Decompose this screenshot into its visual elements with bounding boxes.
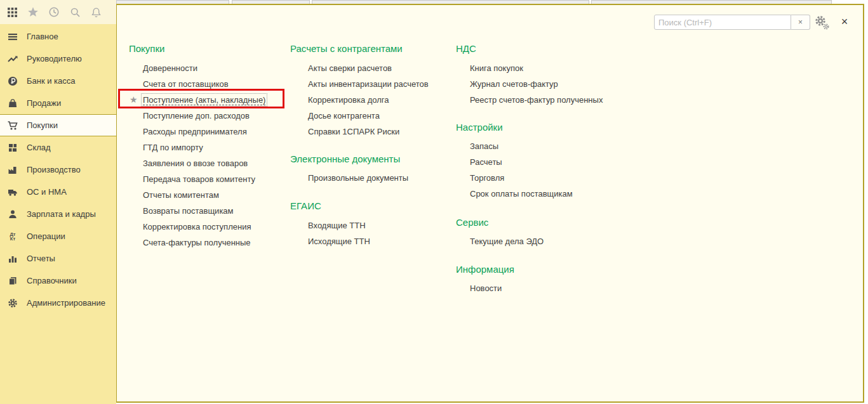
section-sidebar: Главное Руководителю Банк и касса Продаж… [0, 24, 116, 404]
sidebar-item-operatsii[interactable]: ДтКт Операции [0, 225, 116, 247]
link-doverennosti[interactable]: Доверенности [143, 60, 265, 76]
search-clear-button[interactable]: × [791, 15, 810, 30]
link-akty-inventarizatsii[interactable]: Акты инвентаризации расчетов [308, 76, 429, 92]
section-header-servis[interactable]: Сервис [456, 217, 488, 228]
sidebar-item-glavnoe[interactable]: Главное [0, 25, 116, 48]
link-raschety[interactable]: Расчеты [470, 154, 573, 170]
link-korrektirovka-dolga[interactable]: Корректировка долга [308, 92, 429, 108]
link-kniga-pokupok[interactable]: Книга покупок [470, 60, 603, 76]
section-header-elektronnye-dokumenty[interactable]: Электронные документы [290, 153, 400, 164]
close-icon[interactable]: × [838, 14, 851, 29]
link-iskhodyashchie-ttn[interactable]: Исходящие ТТН [308, 233, 370, 249]
gear-icon [8, 298, 18, 308]
section-header-nastroyki[interactable]: Настройки [456, 122, 503, 133]
link-vkhodyashchie-ttn[interactable]: Входящие ТТН [308, 218, 370, 233]
quick-toolbar [0, 0, 116, 24]
link-list-raschety: Акты сверки расчетов Акты инвентаризации… [308, 60, 429, 140]
books-icon [8, 276, 18, 286]
sidebar-item-pokupki[interactable]: Покупки [0, 114, 116, 136]
notifications-bell-icon[interactable] [90, 6, 102, 18]
sidebar-item-label: Покупки [27, 121, 58, 130]
link-postuplenie-dop-raskhodov[interactable]: Поступление доп. расходов [143, 108, 265, 124]
sidebar-item-label: Производство [27, 165, 81, 174]
section-panel-pokupki: Покупки Доверенности Счета от поставщико… [116, 4, 864, 403]
sidebar-item-prodazhi[interactable]: Продажи [0, 92, 116, 114]
sidebar-item-label: Зарплата и кадры [27, 209, 96, 219]
dt-kt-icon: ДтКт [8, 231, 18, 242]
bar-chart-icon [8, 254, 18, 264]
link-akty-sverki[interactable]: Акты сверки расчетов [308, 60, 429, 76]
sidebar-item-rukovoditelyu[interactable]: Руководителю [0, 48, 116, 70]
truck-icon [8, 187, 18, 197]
app-window: Главное Руководителю Банк и касса Продаж… [0, 0, 868, 404]
link-torgovlya[interactable]: Торговля [470, 170, 573, 186]
sidebar-item-label: Отчеты [27, 254, 55, 263]
sidebar-item-os-i-nma[interactable]: ОС и НМА [0, 181, 116, 203]
section-header-nds[interactable]: НДС [456, 43, 476, 54]
sidebar-item-label: Операции [27, 231, 65, 241]
sidebar-item-sklad[interactable]: Склад [0, 136, 116, 159]
sidebar-item-label: Склад [27, 143, 51, 152]
section-header-pokupki[interactable]: Покупки [129, 43, 164, 54]
link-peredacha-tovarov-komitentu[interactable]: Передача товаров комитенту [143, 171, 265, 187]
factory-icon [8, 165, 18, 175]
menu-icon [8, 32, 18, 42]
settings-gears-icon[interactable] [812, 13, 831, 32]
history-clock-icon[interactable] [48, 6, 60, 18]
favorites-star-icon[interactable] [27, 6, 39, 18]
sidebar-item-label: Справочники [27, 276, 77, 285]
link-zayavleniya-o-vvoze[interactable]: Заявления о ввозе товаров [143, 155, 265, 171]
link-list-nds: Книга покупок Журнал счетов-фактур Реест… [470, 60, 603, 108]
sidebar-item-zarplata-i-kadry[interactable]: Зарплата и кадры [0, 203, 116, 225]
link-list-egais: Входящие ТТН Исходящие ТТН [308, 218, 370, 249]
link-srok-oplaty[interactable]: Срок оплаты поставщикам [470, 186, 573, 202]
sidebar-item-administrirovanie[interactable]: Администрирование [0, 292, 116, 314]
link-vozvraty-postavshchikam[interactable]: Возвраты поставщикам [143, 203, 265, 219]
link-list-elektronnye-dokumenty: Произвольные документы [308, 170, 408, 186]
sidebar-item-label: Банк и касса [27, 76, 76, 86]
link-dosye-kontragenta[interactable]: Досье контрагента [308, 108, 429, 124]
sidebar-item-proizvodstvo[interactable]: Производство [0, 159, 116, 181]
link-scheta-faktury-poluchennye[interactable]: Счета-фактуры полученные [143, 235, 265, 251]
section-header-informatsiya[interactable]: Информация [456, 264, 514, 275]
sidebar-item-otchety[interactable]: Отчеты [0, 247, 116, 270]
sidebar-item-label: Руководителю [27, 54, 82, 63]
ruble-coin-icon [8, 76, 18, 86]
section-header-raschety[interactable]: Расчеты с контрагентами [290, 43, 403, 54]
link-korrektirovka-postupleniya[interactable]: Корректировка поступления [143, 219, 265, 235]
shopping-bag-icon [8, 98, 18, 108]
link-zapasy[interactable]: Запасы [470, 138, 573, 154]
link-novosti[interactable]: Новости [470, 280, 502, 296]
link-gtd-po-importu[interactable]: ГТД по импорту [143, 140, 265, 155]
section-header-egais[interactable]: ЕГАИС [290, 200, 321, 211]
sidebar-item-spravochniki[interactable]: Справочники [0, 270, 116, 292]
search-input[interactable] [654, 15, 791, 30]
apps-grid-icon[interactable] [6, 6, 18, 18]
link-reestr-schetov-faktur[interactable]: Реестр счетов-фактур полученных [470, 92, 603, 108]
highlight-annotation-box [118, 89, 284, 108]
link-spravki-1spark[interactable]: Справки 1СПАРК Риски [308, 124, 429, 140]
link-list-nastroyki: Запасы Расчеты Торговля Срок оплаты пост… [470, 138, 573, 202]
link-proizvolnye-dokumenty[interactable]: Произвольные документы [308, 170, 408, 186]
warehouse-grid-icon [8, 143, 18, 153]
link-list-informatsiya: Новости [470, 280, 502, 296]
link-otchety-komitentam[interactable]: Отчеты комитентам [143, 187, 265, 203]
link-zhurnal-schetov-faktur[interactable]: Журнал счетов-фактур [470, 76, 603, 92]
sidebar-item-label: Главное [27, 32, 58, 41]
person-icon [8, 209, 18, 219]
link-tekushchie-dela-edo[interactable]: Текущие дела ЭДО [470, 233, 544, 249]
sidebar-item-label: Продажи [27, 98, 61, 108]
search-magnifier-icon[interactable] [69, 6, 81, 18]
shopping-cart-icon [8, 121, 18, 131]
sidebar-item-label: ОС и НМА [27, 187, 67, 197]
sidebar-item-bank-i-kassa[interactable]: Банк и касса [0, 70, 116, 92]
link-list-servis: Текущие дела ЭДО [470, 233, 544, 249]
link-raskhody-predprinimatelya[interactable]: Расходы предпринимателя [143, 124, 265, 140]
trend-arrow-icon [8, 54, 18, 64]
sidebar-item-label: Администрирование [27, 298, 105, 308]
